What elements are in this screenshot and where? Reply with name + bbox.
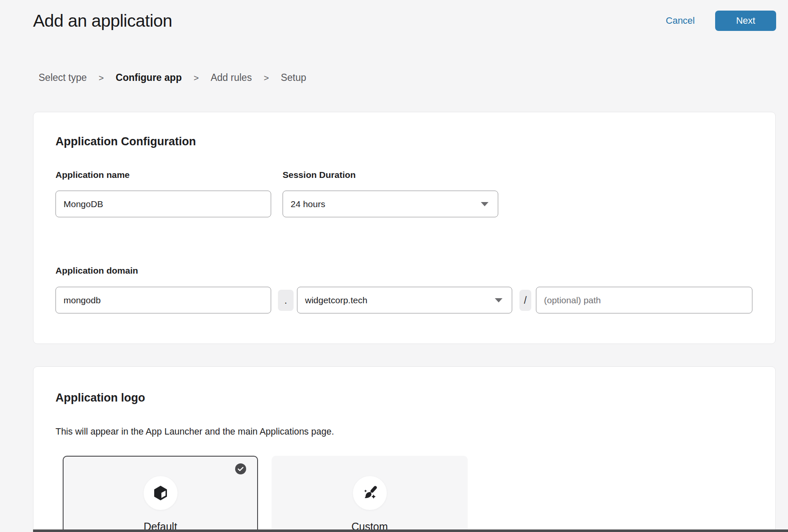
breadcrumb-step-add-rules[interactable]: Add rules bbox=[211, 72, 252, 83]
bottom-edge-bar bbox=[33, 529, 788, 532]
breadcrumb-separator-icon: > bbox=[264, 73, 269, 83]
session-duration-select[interactable]: 24 hours bbox=[283, 191, 498, 217]
path-input[interactable] bbox=[536, 287, 752, 313]
breadcrumb-step-configure-app[interactable]: Configure app bbox=[116, 72, 182, 83]
application-name-label: Application name bbox=[55, 170, 130, 180]
domain-dot-separator: . bbox=[278, 290, 294, 311]
paintbrush-sparkles-icon bbox=[361, 484, 379, 502]
custom-logo-preview bbox=[353, 476, 387, 510]
domain-slash-separator: / bbox=[519, 290, 531, 311]
breadcrumb-separator-icon: > bbox=[99, 73, 104, 83]
cube-icon bbox=[152, 484, 169, 502]
breadcrumb-step-select-type[interactable]: Select type bbox=[39, 72, 87, 83]
breadcrumb: Select type > Configure app > Add rules … bbox=[39, 72, 306, 83]
logo-option-custom[interactable]: Custom bbox=[272, 456, 468, 532]
application-logo-card: Application logo This will appear in the… bbox=[33, 366, 776, 532]
breadcrumb-separator-icon: > bbox=[194, 73, 199, 83]
subdomain-input[interactable] bbox=[55, 287, 271, 313]
application-domain-label: Application domain bbox=[55, 266, 138, 276]
domain-select[interactable]: widgetcorp.tech bbox=[297, 287, 512, 313]
header-actions: Cancel Next bbox=[666, 11, 776, 31]
page-title: Add an application bbox=[33, 11, 172, 31]
session-duration-value: 24 hours bbox=[291, 199, 325, 209]
application-configuration-card: Application Configuration Application na… bbox=[33, 112, 776, 344]
domain-select-value: widgetcorp.tech bbox=[305, 295, 367, 305]
cancel-button[interactable]: Cancel bbox=[666, 15, 695, 26]
caret-down-icon bbox=[481, 202, 488, 206]
check-circle-icon bbox=[235, 463, 246, 474]
application-name-input[interactable] bbox=[55, 191, 271, 217]
logo-option-default[interactable]: Default bbox=[63, 456, 258, 532]
logo-card-title: Application logo bbox=[55, 391, 145, 405]
breadcrumb-step-setup[interactable]: Setup bbox=[281, 72, 306, 83]
next-button[interactable]: Next bbox=[715, 11, 776, 31]
default-logo-preview bbox=[144, 476, 178, 510]
session-duration-label: Session Duration bbox=[283, 170, 356, 180]
logo-card-description: This will appear in the App Launcher and… bbox=[55, 427, 334, 437]
configuration-card-title: Application Configuration bbox=[55, 135, 196, 148]
caret-down-icon bbox=[495, 298, 502, 302]
